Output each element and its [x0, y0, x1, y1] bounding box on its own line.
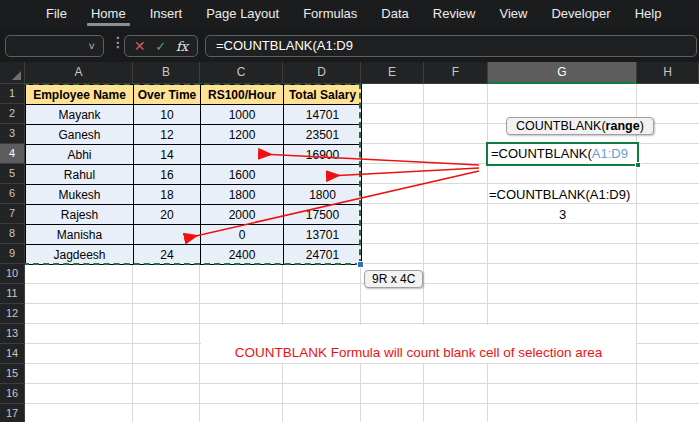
- row-header-2[interactable]: 2: [0, 104, 25, 124]
- ribbon-tab-file[interactable]: File: [34, 0, 79, 28]
- function-hint-suffix: ): [640, 119, 644, 133]
- ribbon-tab-home[interactable]: Home: [79, 0, 138, 28]
- table-header-cell[interactable]: RS100/Hour: [201, 85, 284, 105]
- column-header-g[interactable]: G: [488, 62, 637, 84]
- selection-fill-handle[interactable]: [357, 261, 364, 268]
- table-cell[interactable]: 1800: [201, 185, 284, 205]
- column-header-a[interactable]: A: [25, 62, 133, 84]
- table-cell[interactable]: 1200: [201, 125, 284, 145]
- row-header-16[interactable]: 16: [0, 384, 25, 404]
- table-header-cell[interactable]: Total Salary: [284, 85, 362, 105]
- table-cell[interactable]: 13701: [284, 225, 362, 245]
- row-header-4[interactable]: 4: [0, 144, 25, 164]
- row-header-5[interactable]: 5: [0, 164, 25, 184]
- insert-function-icon[interactable]: fx: [176, 39, 188, 54]
- row-header-10[interactable]: 10: [0, 264, 25, 284]
- enter-icon[interactable]: ✓: [155, 39, 166, 54]
- table-cell[interactable]: 24: [134, 245, 201, 265]
- table-cell[interactable]: 12: [134, 125, 201, 145]
- table-cell[interactable]: Abhi: [26, 145, 134, 165]
- table-cell[interactable]: [201, 145, 284, 165]
- table-cell[interactable]: 16: [134, 165, 201, 185]
- chevron-down-icon[interactable]: ˅: [89, 40, 95, 52]
- table-cell[interactable]: 17500: [284, 205, 362, 225]
- ribbon-tab-insert[interactable]: Insert: [138, 0, 195, 28]
- table-cell[interactable]: 14: [134, 145, 201, 165]
- row-header-3[interactable]: 3: [0, 124, 25, 144]
- ribbon-tab-view[interactable]: View: [487, 0, 539, 28]
- ribbon-tab-help[interactable]: Help: [623, 0, 674, 28]
- table-cell[interactable]: 23501: [284, 125, 362, 145]
- table-cell[interactable]: 1800: [284, 185, 362, 205]
- name-box[interactable]: ˅: [5, 35, 104, 57]
- selection-size-tooltip: 9R x 4C: [364, 270, 423, 288]
- table-cell[interactable]: 2000: [201, 205, 284, 225]
- cell-g7-result[interactable]: 3: [488, 205, 637, 225]
- row-header-13[interactable]: 13: [0, 324, 25, 344]
- row-header-8[interactable]: 8: [0, 224, 25, 244]
- table-row: Ganesh12120023501: [26, 125, 362, 145]
- column-header-b[interactable]: B: [133, 62, 200, 84]
- table-cell[interactable]: 1600: [201, 165, 284, 185]
- table-cell[interactable]: 24701: [284, 245, 362, 265]
- formula-buttons-group: ✕ ✓ fx: [124, 35, 198, 57]
- table-cell[interactable]: 16900: [284, 145, 362, 165]
- row-header-6[interactable]: 6: [0, 184, 25, 204]
- column-header-d[interactable]: D: [283, 62, 361, 84]
- cell-g6-formula-text[interactable]: =COUNTBLANK(A1:D9): [489, 185, 630, 205]
- table-cell[interactable]: 1000: [201, 105, 284, 125]
- formula-bar-separator-dots: ⋮: [111, 34, 125, 50]
- cancel-icon[interactable]: ✕: [134, 38, 146, 54]
- ribbon-tab-page-layout[interactable]: Page Layout: [194, 0, 291, 28]
- ribbon-tab-data[interactable]: Data: [369, 0, 420, 28]
- ribbon-tab-review[interactable]: Review: [421, 0, 488, 28]
- row-header-7[interactable]: 7: [0, 204, 25, 224]
- function-hint-prefix: COUNTBLANK(: [516, 119, 606, 133]
- row-header-1[interactable]: 1: [0, 84, 25, 104]
- table-cell[interactable]: 18: [134, 185, 201, 205]
- formula-input[interactable]: =COUNTBLANK(A1:D9: [205, 35, 697, 57]
- table-cell[interactable]: 10: [134, 105, 201, 125]
- function-hint-arg: range: [606, 119, 640, 133]
- table-cell[interactable]: 20: [134, 205, 201, 225]
- table-cell[interactable]: [284, 165, 362, 185]
- row-headers: 1234567891011121314151617: [0, 84, 25, 422]
- ribbon-tab-developer[interactable]: Developer: [539, 0, 622, 28]
- row-header-11[interactable]: 11: [0, 284, 25, 304]
- column-header-c[interactable]: C: [200, 62, 283, 84]
- table-header-cell[interactable]: Employee Name: [26, 85, 134, 105]
- table-header-cell[interactable]: Over Time: [134, 85, 201, 105]
- sheet-grid[interactable]: Employee NameOver TimeRS100/HourTotal Sa…: [25, 84, 699, 422]
- select-all-corner[interactable]: [0, 62, 25, 84]
- employee-table[interactable]: Employee NameOver TimeRS100/HourTotal Sa…: [25, 84, 362, 265]
- function-hint-tooltip: COUNTBLANK(range): [506, 117, 654, 135]
- gridline-vertical: [487, 84, 488, 422]
- table-cell[interactable]: [134, 225, 201, 245]
- ribbon-tab-bar: FileHomeInsertPage LayoutFormulasDataRev…: [0, 0, 699, 28]
- table-cell[interactable]: Jagdeesh: [26, 245, 134, 265]
- table-cell[interactable]: Rahul: [26, 165, 134, 185]
- table-cell[interactable]: 14701: [284, 105, 362, 125]
- column-headers: ABCDEFGH: [25, 62, 699, 84]
- table-cell[interactable]: Mayank: [26, 105, 134, 125]
- g4-formula-range: A1:D9: [592, 146, 628, 161]
- table-cell[interactable]: Manisha: [26, 225, 134, 245]
- table-cell[interactable]: 2400: [201, 245, 284, 265]
- column-header-e[interactable]: E: [361, 62, 424, 84]
- table-cell[interactable]: Mukesh: [26, 185, 134, 205]
- column-header-f[interactable]: F: [424, 62, 488, 84]
- table-cell[interactable]: 0: [201, 225, 284, 245]
- formula-bar: ˅ ⋮ ✕ ✓ fx =COUNTBLANK(A1:D9: [0, 28, 699, 62]
- active-cell-fill-handle[interactable]: [635, 162, 641, 168]
- row-header-14[interactable]: 14: [0, 344, 25, 364]
- row-header-12[interactable]: 12: [0, 304, 25, 324]
- table-row: Mayank10100014701: [26, 105, 362, 125]
- column-header-h[interactable]: H: [637, 62, 699, 84]
- table-cell[interactable]: Rajesh: [26, 205, 134, 225]
- active-cell-g4[interactable]: =COUNTBLANK(A1:D9: [486, 142, 639, 166]
- row-header-17[interactable]: 17: [0, 404, 25, 422]
- table-cell[interactable]: Ganesh: [26, 125, 134, 145]
- row-header-9[interactable]: 9: [0, 244, 25, 264]
- row-header-15[interactable]: 15: [0, 364, 25, 384]
- ribbon-tab-formulas[interactable]: Formulas: [291, 0, 369, 28]
